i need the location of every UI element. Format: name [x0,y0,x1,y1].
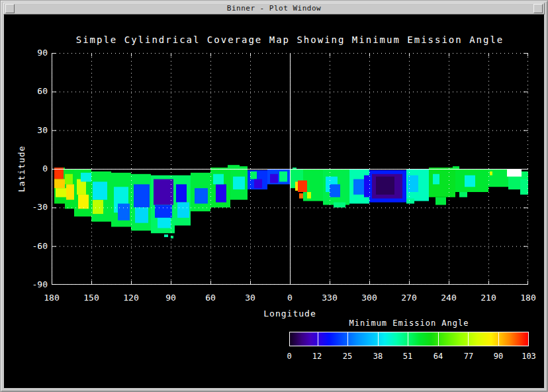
colorbar-tick-label: 25 [343,352,352,362]
binner-plot-window: Binner - Plot Window Simple Cylindrical … [0,0,548,392]
x-tick-label: 150 [75,293,107,303]
x-tick-label: 90 [155,293,187,303]
colorbar-tick-label: 0 [287,352,291,362]
y-tick-label: 90 [16,48,48,58]
colorbar-tick-label: 51 [403,352,412,362]
colorbar-tick-label: 64 [434,352,443,362]
colorbar-tick [318,332,318,346]
x-tick-label: 270 [393,293,425,303]
x-tick-label: 60 [195,293,226,303]
colorbar-tick-label: 38 [373,352,383,362]
colorbar-tick-label: 90 [494,352,503,362]
colorbar-tick-label: 103 [522,352,536,362]
coverage-map-canvas [52,53,528,285]
colorbar-title: Minimum Emission Angle [289,318,529,328]
colorbar-tick [498,332,499,346]
y-tick-label: -90 [16,279,48,290]
chart-title: Simple Cylindrical Coverage Map Showing … [52,34,528,45]
plot-content: Simple Cylindrical Coverage Map Showing … [4,15,544,388]
y-tick-label: 60 [16,86,48,97]
colorbar-tick [438,332,439,346]
x-tick-label: 210 [473,293,504,303]
x-tick-label: 120 [115,293,147,303]
y-tick-label: -60 [16,241,48,252]
x-tick-label: 180 [512,293,544,303]
colorbar-tick-label: 77 [464,352,473,362]
y-tick-label: 30 [16,125,48,136]
title-bar[interactable]: Binner - Plot Window [3,3,545,15]
plot-box [52,53,528,285]
window-resize-button[interactable] [533,4,543,13]
colorbar [289,332,529,346]
x-axis-title: Longitude [52,309,528,318]
colorbar-tick [347,332,348,346]
x-tick-label: 240 [433,293,465,303]
colorbar-tick [378,332,379,346]
x-tick-label: 180 [36,293,68,303]
window-menu-button[interactable] [5,4,15,13]
colorbar-tick [468,332,469,346]
window-title: Binner - Plot Window [17,4,531,13]
colorbar-tick [408,332,408,346]
x-tick-label: 30 [234,293,266,303]
colorbar-tick-label: 12 [312,352,322,362]
y-tick-label: -30 [16,202,48,213]
x-tick-label: 0 [274,293,306,303]
x-tick-label: 330 [314,293,345,303]
x-tick-label: 300 [353,293,385,303]
colorbar-gradient [290,332,528,346]
y-tick-label: 0 [16,164,48,174]
